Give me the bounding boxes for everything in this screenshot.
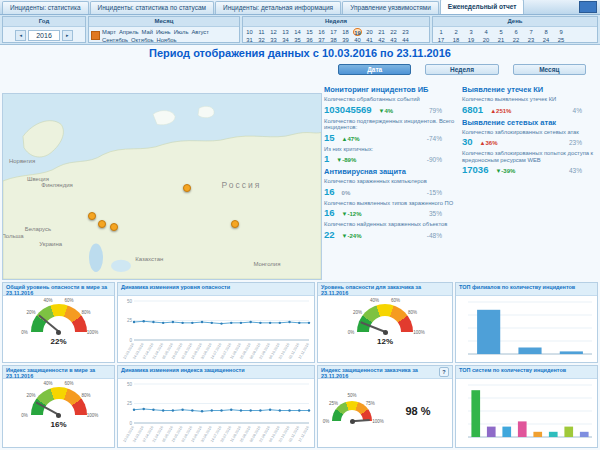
- metric-delta: ▲36%: [480, 140, 498, 146]
- week-option[interactable]: 32: [257, 36, 266, 43]
- week-option[interactable]: 20: [365, 28, 374, 36]
- week-option[interactable]: 34: [281, 36, 290, 43]
- filter-group-day: День 123456789 171819202122232425: [432, 16, 598, 43]
- week-option[interactable]: 44: [401, 36, 410, 43]
- gauge-tick: 80%: [81, 310, 90, 315]
- metric-value: 15: [324, 132, 335, 143]
- day-option[interactable]: 1: [435, 28, 447, 36]
- day-option[interactable]: 4: [480, 28, 492, 36]
- incident-map[interactable]: НорвегияШвецияФинляндияРоссияПольшаБелар…: [2, 93, 322, 280]
- day-option[interactable]: 3: [465, 28, 477, 36]
- panel-title: Индекс защищенности заказчика за 23.11.2…: [321, 367, 437, 377]
- metric-delta: ▲47%: [342, 136, 360, 142]
- week-option[interactable]: 37: [317, 36, 326, 43]
- metric-label: Количество выявленных утечек КИ: [462, 96, 598, 103]
- gauge-value: 16%: [3, 420, 114, 429]
- year-prev-button[interactable]: ◂: [15, 30, 26, 41]
- tabbar-corner-button[interactable]: [579, 1, 597, 13]
- view-button-date[interactable]: Дата: [338, 64, 411, 75]
- month-scroll-button[interactable]: [91, 31, 100, 40]
- monitoring-metrics: Количество обработанных событий103045569…: [324, 96, 458, 164]
- day-option[interactable]: 8: [540, 28, 552, 36]
- month-option[interactable]: Июнь: [156, 28, 171, 36]
- week-option[interactable]: 35: [293, 36, 302, 43]
- week-option[interactable]: 33: [269, 36, 278, 43]
- metric-secondary: -48%: [427, 232, 458, 239]
- day-option[interactable]: 5: [495, 28, 507, 36]
- tab-vulnerability-management[interactable]: Управление уязвимостями: [342, 1, 439, 14]
- month-option[interactable]: Июль: [174, 28, 189, 36]
- month-option[interactable]: Март: [102, 28, 116, 36]
- help-icon[interactable]: ?: [439, 367, 449, 377]
- year-next-button[interactable]: ▸: [62, 30, 73, 41]
- week-option[interactable]: 11: [257, 28, 266, 36]
- week-option[interactable]: 16: [317, 28, 326, 36]
- day-option[interactable]: 20: [480, 36, 492, 43]
- month-option[interactable]: Ноябрь: [156, 36, 176, 43]
- day-option[interactable]: 24: [540, 36, 552, 43]
- metric-infected-computers: Количество зараженных компьютеров160%-15…: [324, 178, 458, 197]
- day-option[interactable]: 18: [450, 36, 462, 43]
- week-option[interactable]: 12: [269, 28, 278, 36]
- tab-incidents-by-status[interactable]: Инциденты: статистика по статусам: [90, 1, 215, 14]
- gauge-tick: 100%: [87, 413, 99, 418]
- tab-incidents-statistics[interactable]: Инциденты: статистика: [2, 1, 89, 14]
- week-option[interactable]: 43: [389, 36, 398, 43]
- view-button-month[interactable]: Месяц: [513, 64, 586, 75]
- month-label: Месяц: [89, 17, 239, 27]
- day-option[interactable]: 7: [525, 28, 537, 36]
- gauge-needle: [352, 419, 370, 422]
- day-option[interactable]: 23: [525, 36, 537, 43]
- metric-blocked-attacks: Количество заблокированных сетевых атак3…: [462, 129, 598, 148]
- incident-marker-icon[interactable]: [231, 220, 239, 228]
- tab-weekly-report[interactable]: Еженедельный отчет: [440, 0, 525, 14]
- incident-marker-icon[interactable]: [183, 184, 191, 192]
- weekly-report-dashboard: Инциденты: статистика Инциденты: статист…: [0, 0, 600, 450]
- week-option[interactable]: 22: [389, 28, 398, 36]
- gauge-tick: 0%: [21, 413, 28, 418]
- year-value[interactable]: 2016: [28, 30, 60, 41]
- week-option[interactable]: 18: [341, 28, 350, 36]
- month-option[interactable]: Октябрь: [131, 36, 153, 43]
- map-label: Норвегия: [9, 158, 35, 164]
- week-option[interactable]: 13: [281, 28, 290, 36]
- week-option[interactable]: 10: [245, 28, 254, 36]
- day-option[interactable]: 2: [450, 28, 462, 36]
- day-option[interactable]: 19: [465, 36, 477, 43]
- week-option[interactable]: 23: [401, 28, 410, 36]
- map-label: Казахстан: [135, 256, 163, 262]
- week-option[interactable]: 40: [353, 36, 362, 43]
- map-label: Украина: [39, 241, 62, 247]
- month-option[interactable]: Август: [191, 28, 208, 36]
- panel-title: ТОП систем по количеству инцидентов: [459, 367, 566, 377]
- month-option[interactable]: Сентябрь: [102, 36, 128, 43]
- incident-marker-icon[interactable]: [98, 220, 106, 228]
- week-option[interactable]: 14: [293, 28, 302, 36]
- day-option[interactable]: 9: [555, 28, 567, 36]
- incident-marker-icon[interactable]: [110, 223, 118, 231]
- metric-label: Количество выявленных типов зараженного …: [324, 200, 458, 207]
- week-option[interactable]: 19: [353, 28, 362, 36]
- week-option[interactable]: 31: [245, 36, 254, 43]
- week-option[interactable]: 21: [377, 28, 386, 36]
- day-option[interactable]: 21: [495, 36, 507, 43]
- day-option[interactable]: 6: [510, 28, 522, 36]
- incident-marker-icon[interactable]: [88, 212, 96, 220]
- day-option[interactable]: 22: [510, 36, 522, 43]
- day-option[interactable]: 25: [555, 36, 567, 43]
- panel-protection-trend: Динамика изменения индекса защищенности …: [117, 365, 315, 448]
- week-option[interactable]: 42: [377, 36, 386, 43]
- month-option[interactable]: Апрель: [119, 28, 139, 36]
- month-option[interactable]: Май: [142, 28, 153, 36]
- week-option[interactable]: 38: [329, 36, 338, 43]
- tab-incidents-details[interactable]: Инциденты: детальная информация: [215, 1, 341, 14]
- week-option[interactable]: 41: [365, 36, 374, 43]
- week-option[interactable]: 36: [305, 36, 314, 43]
- day-option[interactable]: 17: [435, 36, 447, 43]
- top-systems-chart: [456, 379, 597, 445]
- view-button-week[interactable]: Неделя: [425, 64, 498, 75]
- gauge-arc: [31, 387, 87, 415]
- week-option[interactable]: 39: [341, 36, 350, 43]
- week-option[interactable]: 15: [305, 28, 314, 36]
- week-option[interactable]: 17: [329, 28, 338, 36]
